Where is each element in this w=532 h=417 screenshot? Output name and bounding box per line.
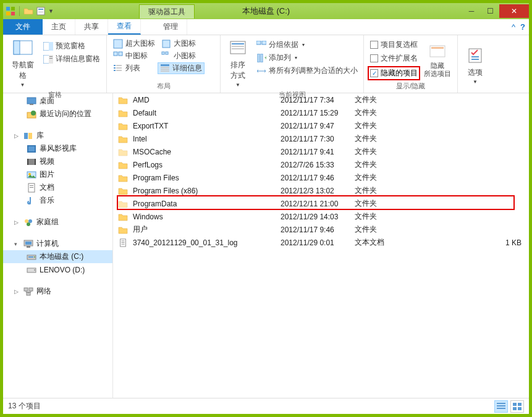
minimize-button[interactable]: ─: [462, 4, 481, 18]
item-checkboxes-toggle[interactable]: 项目复选框: [368, 39, 420, 51]
view-large[interactable]: 大图标: [159, 38, 198, 49]
group-showhide-label: 显示/隐藏: [368, 80, 454, 93]
nav-recent[interactable]: 最近访问的位置: [3, 107, 112, 120]
file-type: 文件夹: [355, 95, 404, 105]
nav-libraries[interactable]: ▷库: [3, 129, 112, 142]
svg-rect-47: [30, 104, 33, 105]
app-icon: [6, 6, 15, 16]
tab-manage[interactable]: 管理: [154, 19, 187, 35]
table-row[interactable]: Program Files (x86) 2012/12/3 13:02 文件夹: [113, 184, 529, 197]
view-small[interactable]: 小图标: [159, 50, 198, 62]
nav-storm[interactable]: 暴风影视库: [3, 142, 112, 155]
nav-network[interactable]: ▷网络: [3, 285, 112, 298]
svg-rect-16: [114, 40, 122, 48]
hide-selected-button[interactable]: 隐藏 所选项目: [423, 38, 452, 80]
tab-home[interactable]: 主页: [43, 19, 75, 35]
nav-videos[interactable]: 视频: [3, 155, 112, 168]
new-folder-icon[interactable]: [23, 6, 33, 16]
file-date: 2012/12/11 21:00: [281, 200, 355, 208]
svg-point-63: [25, 219, 28, 223]
details-view-button[interactable]: [494, 400, 508, 413]
add-columns-button[interactable]: +添加列▾: [254, 52, 360, 64]
file-date: 2012/11/17 15:29: [281, 109, 355, 117]
nav-pictures[interactable]: 图片: [3, 168, 112, 181]
group-by-button[interactable]: 分组依据▾: [254, 39, 360, 51]
table-row[interactable]: Default 2012/11/17 15:29 文件夹: [113, 106, 529, 119]
svg-text:+: +: [264, 54, 266, 61]
collapse-icon[interactable]: ▷: [14, 219, 20, 225]
folder-icon: [113, 174, 132, 182]
tab-share[interactable]: 共享: [75, 19, 108, 35]
file-extensions-toggle[interactable]: 文件扩展名: [368, 53, 420, 64]
svg-rect-42: [431, 47, 444, 49]
sort-button[interactable]: 排序方式 ▼: [224, 38, 251, 89]
statusbar: 13 个项目: [3, 398, 529, 414]
size-columns-button[interactable]: 将所有列调整为合适的大小: [254, 65, 360, 77]
nav-homegroup[interactable]: ▷家庭组: [3, 216, 112, 229]
table-row[interactable]: ProgramData 2012/12/11 21:00 文件夹: [113, 197, 529, 210]
view-details[interactable]: 详细信息: [158, 62, 205, 74]
properties-icon[interactable]: [36, 6, 46, 16]
table-row[interactable]: 3740_20121129_00_01_31_log 2012/11/29 0:…: [113, 236, 529, 249]
dropdown-icon[interactable]: ▼: [48, 8, 54, 14]
svg-rect-26: [114, 70, 116, 71]
collapse-icon[interactable]: ▷: [14, 133, 20, 139]
file-list[interactable]: AMD 2012/11/17 7:34 文件夹 Default 2012/11/…: [113, 93, 529, 398]
svg-rect-19: [119, 52, 122, 56]
svg-point-49: [31, 111, 36, 116]
table-row[interactable]: ExportTXT 2012/11/17 9:47 文件夹: [113, 119, 529, 132]
ribbon: 导航窗格 ▼ 预览窗格 详细信息窗格 窗格 超大图标 大图标 中图标 小图标: [3, 35, 529, 93]
svg-rect-82: [497, 405, 505, 406]
svg-rect-67: [25, 242, 32, 245]
table-row[interactable]: 用户 2012/11/17 9:46 文件夹: [113, 223, 529, 236]
maximize-button[interactable]: ☐: [481, 4, 499, 18]
svg-point-62: [28, 202, 31, 204]
file-name: 用户: [132, 224, 281, 235]
view-extra-large[interactable]: 超大图标: [111, 38, 158, 49]
svg-rect-81: [497, 403, 505, 404]
tab-view[interactable]: 查看: [108, 19, 141, 35]
svg-point-73: [34, 269, 35, 271]
help-icon[interactable]: ?: [520, 22, 525, 32]
nav-documents[interactable]: 文档: [3, 181, 112, 194]
nav-pane[interactable]: 桌面 最近访问的位置 ▷库 暴风影视库 视频 图片 文档 音乐 ▷家庭组 ▾计算…: [3, 93, 113, 398]
nav-computer[interactable]: ▾计算机: [3, 237, 112, 250]
details-pane-button[interactable]: 详细信息窗格: [41, 53, 103, 65]
nav-pane-button[interactable]: 导航窗格 ▼: [7, 38, 38, 89]
table-row[interactable]: MSOCache 2012/11/17 9:41 文件夹: [113, 145, 529, 158]
hidden-items-toggle[interactable]: ✓隐藏的项目: [368, 66, 420, 80]
nav-d-drive[interactable]: LENOVO (D:): [3, 263, 112, 276]
minimize-ribbon-icon[interactable]: ^: [512, 22, 515, 32]
file-name: Program Files (x86): [132, 187, 281, 195]
table-row[interactable]: Intel 2012/11/17 7:30 文件夹: [113, 132, 529, 145]
nav-music[interactable]: 音乐: [3, 194, 112, 207]
svg-rect-20: [162, 52, 164, 54]
svg-rect-70: [28, 256, 33, 258]
nav-c-drive[interactable]: 本地磁盘 (C:): [3, 250, 112, 263]
table-row[interactable]: AMD 2012/11/17 7:34 文件夹: [113, 93, 529, 106]
svg-rect-0: [6, 7, 10, 11]
view-medium[interactable]: 中图标: [111, 50, 150, 62]
thumbnails-view-button[interactable]: [510, 400, 524, 413]
collapse-icon[interactable]: ▷: [14, 289, 20, 295]
svg-rect-87: [518, 407, 521, 410]
expand-icon[interactable]: ▾: [14, 241, 20, 247]
options-button[interactable]: 选项 ▼: [462, 38, 489, 93]
folder-icon: [113, 148, 132, 156]
folder-icon: [113, 96, 132, 104]
svg-rect-39: [261, 54, 263, 62]
close-button[interactable]: ✕: [499, 4, 529, 18]
table-row[interactable]: Program Files 2012/11/17 9:46 文件夹: [113, 171, 529, 184]
tab-file[interactable]: 文件: [3, 19, 43, 35]
svg-rect-27: [116, 70, 122, 71]
view-list[interactable]: 列表: [111, 62, 143, 74]
table-row[interactable]: Windows 2012/11/29 14:03 文件夹: [113, 210, 529, 223]
svg-rect-28: [161, 64, 169, 66]
file-type: 文件夹: [355, 198, 404, 209]
file-name: MSOCache: [132, 148, 281, 156]
tools-tab-label[interactable]: 驱动器工具: [139, 4, 195, 19]
file-date: 2012/11/17 9:41: [281, 148, 355, 156]
table-row[interactable]: PerfLogs 2012/7/26 15:33 文件夹: [113, 158, 529, 171]
svg-rect-83: [497, 408, 505, 409]
preview-pane-button[interactable]: 预览窗格: [41, 40, 103, 52]
